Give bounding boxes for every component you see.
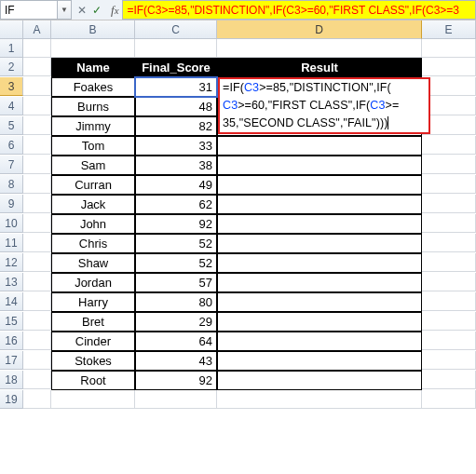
cell[interactable] bbox=[422, 156, 476, 174]
cell[interactable] bbox=[23, 39, 51, 58]
cell-score[interactable]: 57 bbox=[135, 273, 217, 292]
cell-name[interactable]: Jack bbox=[51, 195, 135, 214]
cell[interactable] bbox=[422, 292, 476, 311]
row-header[interactable]: 17 bbox=[0, 351, 23, 370]
cell-score[interactable]: 29 bbox=[135, 312, 217, 332]
cell-score[interactable]: 80 bbox=[135, 292, 217, 312]
cell-score[interactable]: 52 bbox=[135, 253, 217, 273]
cell-result[interactable] bbox=[217, 390, 422, 409]
cell[interactable] bbox=[23, 156, 51, 174]
cell-score[interactable] bbox=[135, 390, 217, 409]
row-header[interactable]: 12 bbox=[0, 253, 23, 272]
cell[interactable] bbox=[23, 214, 51, 233]
cell[interactable] bbox=[23, 234, 51, 252]
cancel-icon[interactable]: ✕ bbox=[75, 4, 88, 17]
row-header[interactable]: 6 bbox=[0, 136, 23, 155]
cell-name[interactable]: Bret bbox=[51, 312, 135, 332]
cell-name[interactable]: John bbox=[51, 214, 135, 234]
col-header-C[interactable]: C bbox=[135, 20, 217, 39]
row-header[interactable]: 7 bbox=[0, 156, 23, 174]
cell-result[interactable] bbox=[217, 175, 422, 195]
cell[interactable] bbox=[23, 58, 51, 76]
cell[interactable] bbox=[422, 351, 476, 370]
cell-score[interactable]: 92 bbox=[135, 371, 217, 390]
cell-result[interactable] bbox=[217, 214, 422, 234]
cell-score[interactable]: 82 bbox=[135, 116, 217, 136]
row-header[interactable]: 2 bbox=[0, 58, 23, 76]
row-header[interactable]: 18 bbox=[0, 371, 23, 389]
cell[interactable] bbox=[23, 292, 51, 311]
name-box[interactable]: IF bbox=[0, 0, 58, 20]
cell[interactable] bbox=[135, 39, 217, 58]
cell[interactable] bbox=[23, 116, 51, 135]
cell[interactable] bbox=[23, 175, 51, 194]
cell-result[interactable] bbox=[217, 312, 422, 332]
cell[interactable] bbox=[23, 77, 51, 96]
cell[interactable] bbox=[23, 195, 51, 213]
cell-name[interactable]: Chris bbox=[51, 234, 135, 253]
fx-icon[interactable]: fx bbox=[107, 0, 122, 20]
cell[interactable] bbox=[422, 214, 476, 233]
cell-score[interactable]: 62 bbox=[135, 195, 217, 214]
cell[interactable] bbox=[51, 39, 135, 58]
cell-name[interactable]: Shaw bbox=[51, 253, 135, 273]
table-header-result[interactable]: Result bbox=[217, 58, 422, 77]
cell-result[interactable] bbox=[217, 136, 422, 156]
cell-score[interactable]: 52 bbox=[135, 234, 217, 253]
cell-name[interactable]: Tom bbox=[51, 136, 135, 156]
cell[interactable] bbox=[422, 39, 476, 58]
row-header[interactable]: 16 bbox=[0, 332, 23, 350]
cell[interactable] bbox=[422, 390, 476, 409]
cell-name[interactable]: Sam bbox=[51, 156, 135, 175]
row-header[interactable]: 5 bbox=[0, 116, 23, 135]
row-header[interactable]: 19 bbox=[0, 390, 23, 409]
cell-score[interactable]: 48 bbox=[135, 97, 217, 116]
col-header-B[interactable]: B bbox=[51, 20, 135, 39]
cell-score[interactable]: 38 bbox=[135, 156, 217, 175]
cell[interactable] bbox=[422, 253, 476, 272]
formula-bar[interactable]: =IF(C3>=85,"DISTINCTION",IF(C3>=60,"FIRS… bbox=[122, 0, 476, 20]
cell-result[interactable] bbox=[217, 371, 422, 390]
enter-icon[interactable]: ✓ bbox=[90, 4, 103, 17]
cell[interactable] bbox=[23, 273, 51, 291]
cell-result[interactable] bbox=[217, 156, 422, 175]
cell-score[interactable]: 33 bbox=[135, 136, 217, 156]
table-header-score[interactable]: Final_Score bbox=[135, 58, 217, 77]
row-header[interactable]: 1 bbox=[0, 39, 23, 58]
cell[interactable] bbox=[422, 58, 476, 76]
col-header-A[interactable]: A bbox=[23, 20, 51, 39]
cell-name[interactable]: Curran bbox=[51, 175, 135, 195]
cell-result[interactable] bbox=[217, 253, 422, 273]
row-header[interactable]: 3 bbox=[0, 77, 23, 96]
cell-result[interactable] bbox=[217, 234, 422, 253]
cell-result[interactable] bbox=[217, 332, 422, 351]
cell-score[interactable]: 49 bbox=[135, 175, 217, 195]
cell-name[interactable]: Harry bbox=[51, 292, 135, 312]
table-header-name[interactable]: Name bbox=[51, 58, 135, 77]
cell-name[interactable]: Stokes bbox=[51, 351, 135, 371]
formula-edit-overlay[interactable]: =IF(C3>=85,"DISTINCTION",IF(C3>=60,"FIRS… bbox=[218, 77, 430, 134]
row-header[interactable]: 10 bbox=[0, 214, 23, 233]
cell-name[interactable]: Foakes bbox=[51, 77, 135, 97]
cell-result[interactable] bbox=[217, 273, 422, 292]
row-header[interactable]: 8 bbox=[0, 175, 23, 194]
cell-result[interactable] bbox=[217, 351, 422, 371]
cell-result[interactable] bbox=[217, 292, 422, 312]
cell[interactable] bbox=[23, 332, 51, 350]
cell[interactable] bbox=[23, 351, 51, 370]
col-header-D[interactable]: D bbox=[217, 20, 422, 39]
cell[interactable] bbox=[422, 195, 476, 213]
cell[interactable] bbox=[422, 371, 476, 389]
cell-result[interactable] bbox=[217, 195, 422, 214]
cell[interactable] bbox=[422, 312, 476, 331]
cell-score[interactable]: 92 bbox=[135, 214, 217, 234]
cell[interactable] bbox=[422, 234, 476, 252]
row-header[interactable]: 9 bbox=[0, 195, 23, 213]
cell[interactable] bbox=[217, 39, 422, 58]
cell-name[interactable] bbox=[51, 390, 135, 409]
row-header[interactable]: 11 bbox=[0, 234, 23, 252]
cell-name[interactable]: Burns bbox=[51, 97, 135, 116]
cell[interactable] bbox=[23, 312, 51, 331]
cell[interactable] bbox=[23, 97, 51, 115]
cell[interactable] bbox=[23, 371, 51, 389]
